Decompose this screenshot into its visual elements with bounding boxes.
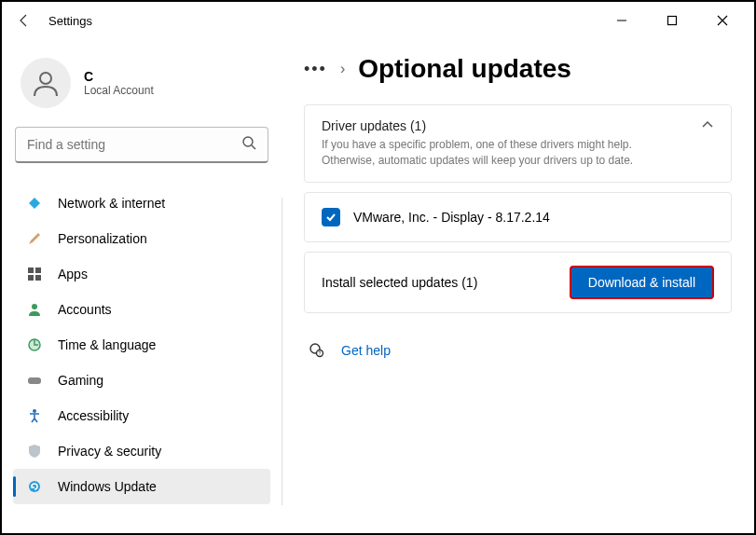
sidebar-item-apps[interactable]: Apps — [13, 256, 270, 292]
install-text: Install selected updates (1) — [322, 275, 477, 290]
sidebar-item-label: Accessibility — [58, 408, 129, 423]
svg-rect-5 — [28, 268, 34, 273]
help-icon: ? — [308, 341, 326, 360]
gamepad-icon — [26, 372, 43, 389]
page-title: Optional updates — [358, 54, 571, 84]
svg-rect-8 — [35, 275, 41, 281]
close-button[interactable] — [708, 6, 737, 35]
sidebar-item-label: Privacy & security — [58, 444, 161, 459]
main-panel: ••• › Optional updates Driver updates (1… — [282, 39, 754, 533]
titlebar: Settings — [2, 2, 754, 39]
svg-point-9 — [32, 304, 37, 309]
download-install-button[interactable]: Download & install — [570, 266, 714, 299]
breadcrumb: ••• › Optional updates — [304, 54, 732, 84]
sidebar-item-personalization[interactable]: Personalization — [13, 221, 270, 256]
chevron-up-icon — [701, 118, 714, 131]
user-sub: Local Account — [84, 84, 154, 97]
svg-point-2 — [40, 73, 51, 84]
sidebar-item-windows-update[interactable]: Windows Update — [13, 469, 270, 504]
sidebar-item-label: Apps — [58, 267, 88, 281]
sidebar-item-time[interactable]: Time & language — [13, 327, 270, 363]
svg-rect-1 — [668, 17, 677, 25]
user-info: C Local Account — [84, 69, 154, 97]
network-icon — [26, 195, 43, 212]
breadcrumb-more[interactable]: ••• — [304, 60, 327, 79]
maximize-button[interactable] — [657, 6, 687, 35]
sidebar-item-label: Personalization — [58, 231, 147, 246]
window-controls — [607, 6, 747, 35]
driver-checkbox[interactable] — [322, 208, 340, 226]
sidebar: C Local Account Network & internet Perso — [2, 39, 282, 533]
svg-rect-11 — [28, 377, 41, 384]
svg-line-4 — [252, 145, 255, 149]
sidebar-item-label: Gaming — [58, 373, 103, 388]
brush-icon — [26, 230, 43, 247]
nav: Network & internet Personalization Apps … — [13, 185, 270, 504]
sidebar-item-network[interactable]: Network & internet — [13, 185, 270, 221]
accessibility-icon — [26, 407, 43, 424]
user-name: C — [84, 69, 154, 84]
back-button[interactable] — [9, 6, 39, 35]
search-box[interactable] — [15, 127, 268, 163]
minimize-button[interactable] — [607, 6, 637, 35]
get-help-link[interactable]: Get help — [341, 343, 391, 358]
svg-rect-7 — [28, 275, 34, 281]
svg-rect-6 — [35, 268, 41, 273]
driver-item[interactable]: VMware, Inc. - Display - 8.17.2.14 — [304, 192, 732, 242]
avatar — [21, 58, 71, 108]
sidebar-divider — [282, 198, 282, 505]
svg-text:?: ? — [319, 350, 322, 356]
svg-point-13 — [29, 481, 40, 492]
install-row: Install selected updates (1) Download & … — [304, 252, 732, 313]
search-input[interactable] — [27, 137, 241, 152]
search-icon — [241, 135, 256, 154]
update-icon — [26, 478, 43, 495]
sidebar-item-label: Accounts — [58, 302, 112, 317]
sidebar-item-label: Network & internet — [58, 196, 165, 211]
sidebar-item-privacy[interactable]: Privacy & security — [13, 433, 270, 469]
shield-icon — [26, 443, 43, 460]
sidebar-item-accessibility[interactable]: Accessibility — [13, 398, 270, 433]
chevron-right-icon: › — [340, 61, 345, 77]
driver-updates-subtitle: If you have a specific problem, one of t… — [322, 137, 686, 169]
driver-updates-text: Driver updates (1) If you have a specifi… — [322, 118, 686, 169]
driver-updates-title: Driver updates (1) — [322, 118, 686, 133]
globe-icon — [26, 336, 43, 353]
user-block[interactable]: C Local Account — [13, 48, 270, 127]
driver-updates-header[interactable]: Driver updates (1) If you have a specifi… — [304, 104, 732, 183]
window-title: Settings — [48, 14, 92, 28]
person-icon — [26, 301, 43, 318]
sidebar-item-gaming[interactable]: Gaming — [13, 363, 270, 398]
help-row: ? Get help — [304, 341, 732, 360]
driver-label: VMware, Inc. - Display - 8.17.2.14 — [353, 210, 550, 225]
sidebar-item-accounts[interactable]: Accounts — [13, 292, 270, 327]
sidebar-item-label: Time & language — [58, 337, 156, 352]
svg-point-3 — [243, 137, 253, 146]
sidebar-item-label: Windows Update — [58, 479, 157, 494]
svg-point-12 — [33, 409, 36, 413]
apps-icon — [26, 266, 43, 282]
